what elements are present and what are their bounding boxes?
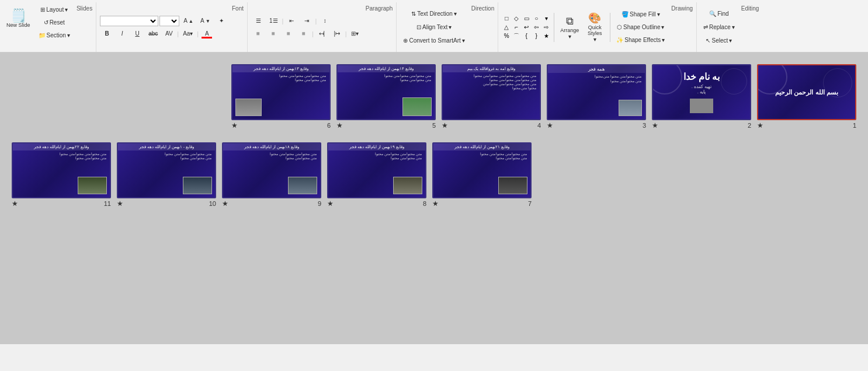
align-left-button[interactable]: ≡	[251, 28, 265, 40]
indent-dec-button[interactable]: ⇤	[284, 15, 298, 27]
numbering-button[interactable]: 1☰	[266, 15, 281, 27]
layout-button[interactable]: ⊞ Layout ▾	[36, 4, 73, 15]
slide-2-star: ★	[652, 121, 658, 130]
paragraph-group: ☰ 1☰ | ⇤ ⇥ | ↕ ≡ ≡ ≡ ≡ | ↤| |↦ | ⊞▾ Para…	[248, 2, 397, 52]
shape-more[interactable]: ▾	[541, 15, 551, 23]
slide-item-5[interactable]: وقایع ۱۴بهمن از ایام‌الله دهه فجر متن مح…	[336, 64, 436, 131]
slide-item-7[interactable]: وقایع ۲۱بهمن از ایام‌الله دهه فجر متن مح…	[432, 142, 532, 209]
reset-icon: ↺	[44, 19, 48, 26]
shape-star[interactable]: ★	[541, 32, 551, 40]
slide-item-3[interactable]: همه فجر متن محتوا متن محتوا متن محتوامتن…	[547, 64, 646, 131]
slide-1-number-row: ★ 1	[757, 120, 856, 131]
shape-rect2[interactable]: ▭	[522, 15, 531, 23]
slide-5-number: 5	[432, 122, 436, 129]
shape-brace1[interactable]: {	[522, 32, 531, 40]
main-content: بسم الله الرحمن الرحيم ★ 1 به نام خدا ته…	[0, 52, 868, 344]
slide-item-8[interactable]: وقایع ۱۹بهمن از ایام‌الله دهه فجر متن مح…	[327, 142, 426, 209]
reset-button[interactable]: ↺ Reset	[36, 16, 73, 28]
ribbon: 🗒️ New Slide ⊞ Layout ▾ ↺ Reset 📁	[0, 0, 868, 52]
shape-fill-button[interactable]: 🪣 Shape Fill▾	[613, 9, 668, 20]
indent-inc-button[interactable]: ⇥	[300, 15, 314, 27]
drawing-group-label: Drawing	[671, 4, 693, 51]
slide-thumb-4[interactable]: وقایع امه به عروافالله یک.بیم متن محتوا …	[442, 64, 541, 120]
quick-styles-icon: 🎨	[588, 12, 601, 24]
arrange-button[interactable]: ⧉ Arrange ▾	[557, 12, 582, 43]
line-spacing-button[interactable]: ↕	[318, 15, 332, 27]
slide-thumb-2[interactable]: به نام خدا تهیه کننده .پایه .	[652, 64, 751, 120]
shape-effects-button[interactable]: ✨ Shape Effects▾	[613, 34, 668, 46]
slide-7-number: 7	[528, 200, 532, 207]
slide-4-number: 4	[537, 122, 541, 129]
align-right-button[interactable]: ≡	[282, 28, 296, 40]
shape-brace2[interactable]: }	[532, 32, 541, 40]
shape-arrow1[interactable]: ⇦	[532, 23, 541, 32]
convert-smartart-button[interactable]: ⊕ Convert to SmartArt▾	[400, 35, 467, 47]
shape-pct[interactable]: %	[502, 32, 511, 40]
bold-button[interactable]: B	[100, 28, 114, 40]
shape-angle1[interactable]: ⌐	[512, 23, 521, 32]
char-spacing-button[interactable]: AV	[162, 28, 176, 40]
align-center-button[interactable]: ≡	[266, 28, 280, 40]
shape-triangle[interactable]: △	[502, 23, 511, 32]
ltr-button[interactable]: |↦	[330, 28, 344, 40]
slide-3-number-row: ★ 3	[547, 120, 646, 131]
italic-button[interactable]: I	[115, 28, 129, 40]
columns-button[interactable]: ⊞▾	[348, 28, 362, 40]
slides-group-label: Slides	[77, 4, 92, 51]
new-slide-button[interactable]: 🗒️ New Slide	[4, 4, 33, 34]
decrease-font-button[interactable]: A▼	[197, 15, 213, 27]
quick-styles-button[interactable]: 🎨 QuickStyles ▾	[582, 12, 607, 43]
slide-8-number-row: ★ 8	[327, 198, 426, 209]
slide-8-number: 8	[423, 200, 426, 207]
font-size-select[interactable]	[159, 16, 179, 26]
slide-item-9[interactable]: وقایع ۱۸بهمن از ایام‌الله دهه فجر متن مح…	[222, 142, 321, 209]
slides-row-1: بسم الله الرحمن الرحيم ★ 1 به نام خدا ته…	[12, 64, 856, 131]
slide-item-1[interactable]: بسم الله الرحمن الرحيم ★ 1	[757, 64, 856, 131]
shape-angle2[interactable]: ↩	[522, 23, 531, 32]
shape-circle[interactable]: ○	[532, 15, 541, 23]
rtl-button[interactable]: ↤|	[315, 28, 329, 40]
shape-rect[interactable]: □	[502, 15, 511, 23]
shape-diamond[interactable]: ◇	[512, 15, 521, 23]
section-icon: 📁	[39, 32, 46, 38]
slide-thumb-1[interactable]: بسم الله الرحمن الرحيم	[757, 64, 856, 120]
slide-thumb-5[interactable]: وقایع ۱۴بهمن از ایام‌الله دهه فجر متن مح…	[336, 64, 436, 120]
slide-thumb-3[interactable]: همه فجر متن محتوا متن محتوا متن محتوامتن…	[547, 64, 646, 120]
replace-button[interactable]: ⇌ Replace▾	[700, 22, 738, 33]
font-size2-select[interactable]: Aa▾	[180, 28, 196, 40]
increase-font-button[interactable]: A▲	[180, 15, 196, 27]
shape-outline-button[interactable]: ⬡ Shape Outline▾	[613, 22, 668, 33]
slide-item-4[interactable]: وقایع امه به عروافالله یک.بیم متن محتوا …	[442, 64, 541, 131]
slide-item-6[interactable]: وقایع ۱۳بهمن از ایام‌الله دهه فجر متن مح…	[231, 64, 331, 131]
slide-9-star: ★	[222, 200, 228, 208]
shape-curve[interactable]: ⌒	[512, 32, 521, 40]
section-button[interactable]: 📁 Section ▾	[36, 29, 73, 41]
text-direction-button[interactable]: ⇅ Text Direction▾	[400, 8, 467, 20]
slide-thumb-6[interactable]: وقایع ۱۳بهمن از ایام‌الله دهه فجر متن مح…	[231, 64, 331, 120]
find-icon: 🔍	[709, 10, 716, 17]
underline-button[interactable]: U	[130, 28, 144, 40]
slide-10-number: 10	[209, 200, 216, 207]
slide-item-2[interactable]: به نام خدا تهیه کننده .پایه . ★ 2	[652, 64, 751, 131]
slide-thumb-10[interactable]: وقایع - ۱بهمن از ایام‌الله دهه فجر متن م…	[117, 142, 216, 198]
slide-thumb-7[interactable]: وقایع ۲۱بهمن از ایام‌الله دهه فجر متن مح…	[432, 142, 532, 198]
slide-thumb-8[interactable]: وقایع ۱۹بهمن از ایام‌الله دهه فجر متن مح…	[327, 142, 426, 198]
divider1	[554, 13, 554, 42]
strikethrough-button[interactable]: abc	[145, 28, 161, 40]
shape-arrow2[interactable]: ⇨	[541, 23, 551, 32]
slide-thumb-9[interactable]: وقایع ۱۸بهمن از ایام‌الله دهه فجر متن مح…	[222, 142, 321, 198]
font-name-select[interactable]	[100, 16, 158, 26]
slide-item-10[interactable]: وقایع - ۱بهمن از ایام‌الله دهه فجر متن م…	[117, 142, 216, 209]
editing-group-label: Editing	[741, 4, 759, 51]
slide-thumb-11[interactable]: وقایع ۲۲بهمن از ایام‌الله دهه فجر متن مح…	[12, 142, 111, 198]
slide-7-number-row: ★ 7	[432, 198, 532, 209]
select-button[interactable]: ↖ Select▾	[700, 35, 738, 47]
bullets-button[interactable]: ☰	[251, 15, 265, 27]
align-text-button[interactable]: ⊡ Align Text▾	[400, 22, 467, 33]
font-color-button[interactable]: A	[200, 28, 214, 40]
clear-format-button[interactable]: ✦	[214, 15, 228, 27]
slide-1-number: 1	[853, 122, 856, 129]
find-button[interactable]: 🔍 Find	[700, 8, 738, 20]
justify-button[interactable]: ≡	[297, 28, 311, 40]
slide-item-11[interactable]: وقایع ۲۲بهمن از ایام‌الله دهه فجر متن مح…	[12, 142, 111, 209]
